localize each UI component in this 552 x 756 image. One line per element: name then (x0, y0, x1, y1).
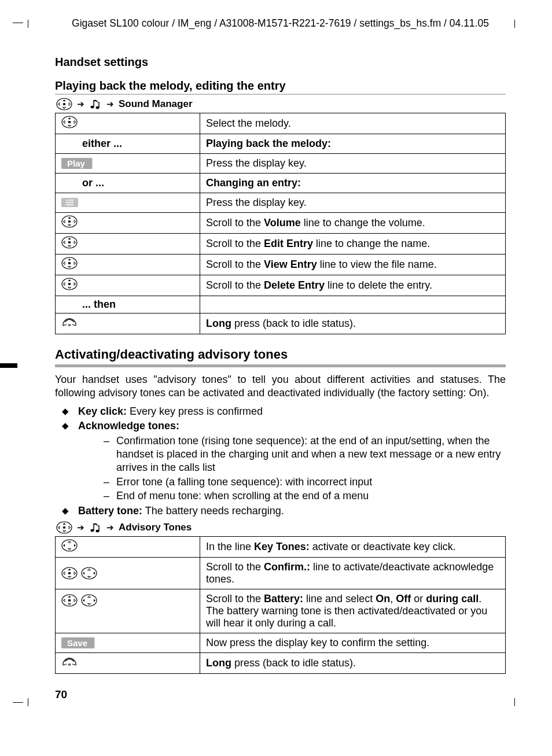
cell-text: Scroll to the Volume line to change the … (200, 213, 506, 234)
dpad-icon (56, 98, 72, 110)
heading-advisory: Activating/deactivating advisory tones (55, 347, 506, 362)
cell-text: Playing back the melody: (200, 134, 506, 154)
list-item: Key click: Every key press is confirmed (55, 405, 506, 418)
bullet-list: Key click: Every key press is confirmed … (55, 405, 506, 518)
cell-text: Press the display key. (200, 193, 506, 213)
dpad-icon (61, 567, 78, 580)
procedure-table-2: In the line Key Tones: activate or deact… (55, 536, 506, 674)
cell-text: Changing an entry: (200, 174, 506, 193)
cell-text: Scroll to the Battery: line and select O… (200, 589, 506, 633)
page-number: 70 (55, 688, 67, 701)
table-row: Play Press the display key. (56, 154, 506, 174)
cell-text: Scroll to the Confirm.: line to activate… (200, 557, 506, 589)
menu-key-icon (61, 198, 78, 207)
cell-text: Now press the display key to confirm the… (200, 633, 506, 652)
cell-text: Long press (back to idle status). (200, 314, 506, 334)
table-row: Long press (back to idle status). (56, 314, 506, 334)
menu-path-end: Sound Manager (119, 98, 193, 110)
hangup-icon (61, 655, 78, 668)
table-row: Scroll to the Volume line to change the … (56, 213, 506, 234)
list-item: Battery tone: The battery needs rechargi… (55, 504, 506, 518)
dpad-icon (61, 278, 78, 290)
softkey-save: Save (61, 637, 94, 648)
table-row: Scroll to the Confirm.: line to activate… (56, 557, 506, 589)
arrow-icon: ➔ (106, 522, 114, 533)
hangup-icon (61, 316, 78, 329)
cell-text: Scroll to the Edit Entry line to change … (200, 234, 506, 255)
cell-text: Scroll to the View Entry line to view th… (200, 255, 506, 275)
cell-text: Select the melody. (200, 113, 506, 134)
menu-path: ➔ ➔ Sound Manager (56, 98, 506, 110)
cell-text: Long press (back to idle status). (200, 652, 506, 673)
menu-path: ➔ ➔ Advisory Tones (56, 521, 506, 534)
table-row: In the line Key Tones: activate or deact… (56, 536, 506, 557)
arrow-icon: ➔ (77, 522, 84, 533)
table-row: Save Now press the display key to confir… (56, 633, 506, 652)
softkey-play: Play (61, 158, 92, 169)
table-row: Press the display key. (56, 193, 506, 213)
dpad-icon (61, 215, 78, 228)
menu-path-end: Advisory Tones (119, 522, 192, 533)
cell-text: In the line Key Tones: activate or deact… (200, 536, 506, 557)
dpad-icon (56, 521, 72, 534)
cell-label: or ... (56, 174, 200, 193)
dpad-icon (61, 116, 78, 128)
sub-list: –Confirmation tone (rising tone sequence… (78, 434, 506, 503)
table-row: or ... Changing an entry: (56, 174, 506, 193)
arrow-icon: ➔ (106, 99, 114, 109)
table-row: ... then (56, 296, 506, 314)
dpad-lr-icon (81, 594, 97, 607)
dpad-lr-icon (81, 567, 97, 580)
table-row: Long press (back to idle status). (56, 652, 506, 673)
table-row: Select the melody. (56, 113, 506, 134)
list-item: –End of menu tone: when scrolling at the… (78, 489, 506, 503)
music-icon (89, 98, 102, 110)
running-header: Gigaset SL100 colour / IM_eng / A31008-M… (55, 17, 506, 29)
table-row: Scroll to the Battery: line and select O… (56, 589, 506, 633)
list-item: Acknowledge tones: –Confirmation tone (r… (55, 419, 506, 503)
cell-text (200, 296, 506, 314)
list-item: –Error tone (a falling tone sequence): w… (78, 475, 506, 489)
thick-rule (55, 364, 506, 367)
procedure-table-1: Select the melody. either ... Playing ba… (55, 113, 506, 334)
dpad-icon (61, 257, 78, 270)
dpad-icon (61, 594, 78, 607)
list-item: –Confirmation tone (rising tone sequence… (78, 434, 506, 475)
rule (55, 94, 506, 95)
table-row: Scroll to the Edit Entry line to change … (56, 234, 506, 255)
subsection-title: Playing back the melody, editing the ent… (55, 79, 506, 93)
cell-text: Press the display key. (200, 154, 506, 174)
arrow-icon: ➔ (77, 99, 84, 109)
cell-label: either ... (56, 134, 200, 154)
cell-label: ... then (56, 296, 200, 314)
section-title: Handset settings (55, 56, 506, 69)
table-row: Scroll to the Delete Entry line to delet… (56, 275, 506, 296)
table-row: either ... Playing back the melody: (56, 134, 506, 154)
table-row: Scroll to the View Entry line to view th… (56, 255, 506, 275)
dpad-lr-icon (61, 539, 78, 552)
margin-tab (0, 363, 17, 368)
cell-text: Scroll to the Delete Entry line to delet… (200, 275, 506, 296)
paragraph: Your handset uses "advisory tones" to te… (55, 373, 506, 400)
music-icon (89, 522, 102, 533)
dpad-icon (61, 236, 78, 249)
